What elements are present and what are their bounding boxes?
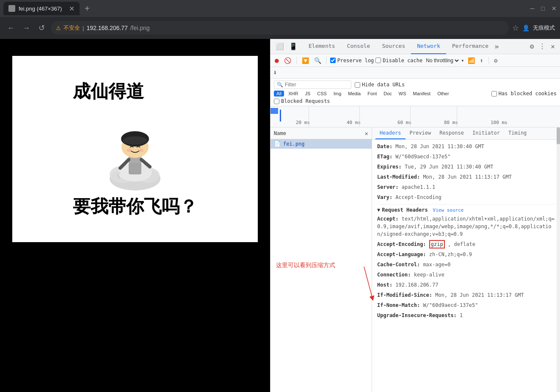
- hide-data-urls-checkbox[interactable]: Hide data URLs: [355, 82, 405, 88]
- tab-headers[interactable]: Headers: [375, 127, 406, 139]
- has-blocked-cookies-input[interactable]: [491, 91, 497, 97]
- meme-bottom-text: 要我带你飞吗？: [73, 195, 197, 218]
- header-accept-encoding: Accept-Encoding: gzip , deflate: [377, 239, 555, 249]
- browser-viewport: 成仙得道 《: [0, 39, 270, 392]
- wifi-icon[interactable]: 📶: [466, 56, 477, 65]
- type-img-button[interactable]: Img: [331, 91, 344, 97]
- search-icon[interactable]: 🔍: [312, 56, 323, 65]
- upload-icon[interactable]: ⬆: [478, 56, 485, 65]
- tab-close-button[interactable]: ✕: [69, 5, 74, 13]
- request-headers-title: Request Headers: [382, 207, 428, 213]
- blocked-requests-checkbox[interactable]: Blocked Requests: [274, 98, 330, 104]
- security-warning-icon: ⚠: [56, 25, 61, 31]
- bookmark-star-icon[interactable]: ☆: [512, 23, 519, 33]
- filter-row2: All XHR JS CSS Img Media Font Doc WS Man…: [274, 91, 557, 97]
- upgrade-insecure-value: 1: [460, 312, 463, 318]
- reload-button[interactable]: ↺: [36, 22, 47, 34]
- view-source-link[interactable]: View source: [433, 207, 464, 213]
- close-devtools-icon[interactable]: ✕: [549, 41, 557, 52]
- tab-preview[interactable]: Preview: [406, 127, 436, 139]
- new-tab-button[interactable]: +: [85, 4, 90, 14]
- ruler-40ms: 40 ms: [347, 120, 361, 125]
- filter-icon[interactable]: 🔽: [300, 56, 311, 65]
- vary-value: Accept-Encoding: [395, 194, 441, 200]
- device-icon[interactable]: 📱: [287, 41, 299, 52]
- meme-character-svg: 《: [101, 107, 169, 191]
- throttle-select[interactable]: No throttling: [424, 57, 460, 64]
- tab-timing[interactable]: Timing: [504, 127, 531, 139]
- name-column-header: Name ✕: [270, 127, 372, 139]
- header-accept-language: Accept-Language: zh-CN,zh;q=0.9: [377, 249, 555, 259]
- type-ws-button[interactable]: WS: [396, 91, 409, 97]
- incognito-icon[interactable]: 👤: [522, 25, 530, 31]
- filter-input-wrap[interactable]: 🔍: [274, 80, 351, 89]
- more-options-icon[interactable]: ⋮: [537, 41, 547, 52]
- tab-initiator[interactable]: Initiator: [468, 127, 504, 139]
- tab-sources[interactable]: Sources: [376, 39, 411, 54]
- devtools-tabs: Elements Console Sources Network Perform…: [303, 39, 528, 54]
- devtools-icons: ⬜ 📱: [274, 41, 299, 52]
- preserve-log-checkbox[interactable]: Preserve log: [330, 58, 374, 63]
- more-tabs-icon[interactable]: »: [494, 42, 499, 51]
- has-blocked-cookies-checkbox[interactable]: Has blocked cookies: [491, 91, 557, 97]
- type-xhr-button[interactable]: XHR: [286, 91, 301, 97]
- throttle-selector[interactable]: No throttling ▾: [424, 57, 464, 64]
- headers-content: Date: Mon, 28 Jun 2021 11:30:40 GMT ETag…: [372, 140, 560, 322]
- type-doc-button[interactable]: Doc: [381, 91, 394, 97]
- preserve-log-input[interactable]: [330, 58, 336, 63]
- type-css-button[interactable]: CSS: [314, 91, 329, 97]
- headers-panel[interactable]: Headers Preview Response Initiator Timin…: [372, 127, 560, 392]
- type-media-button[interactable]: Media: [345, 91, 363, 97]
- disable-cache-input[interactable]: [375, 58, 381, 63]
- toolbar-separator-1: [296, 57, 297, 64]
- type-manifest-button[interactable]: Manifest: [411, 91, 433, 97]
- back-button[interactable]: ←: [5, 22, 17, 34]
- close-panel-button[interactable]: ✕: [365, 130, 368, 137]
- image-display: 成仙得道 《: [12, 56, 258, 242]
- type-js-button[interactable]: JS: [302, 91, 313, 97]
- tab-network[interactable]: Network: [411, 39, 446, 54]
- download-icon[interactable]: ⬇: [273, 69, 277, 77]
- minimize-button[interactable]: ─: [530, 5, 535, 12]
- disable-cache-checkbox[interactable]: Disable cache: [375, 58, 422, 63]
- address-actions: ☆ 👤 无痕模式: [512, 23, 555, 33]
- header-connection: Connection: keep-alive: [377, 270, 555, 280]
- filter-bar: 🔍 Hide data URLs All XHR JS CSS Img Medi…: [270, 79, 560, 106]
- scrollbar-track[interactable]: [557, 127, 560, 392]
- file-icon: 📄: [274, 141, 281, 147]
- forward-button[interactable]: →: [20, 22, 32, 34]
- hide-data-urls-input[interactable]: [355, 82, 360, 88]
- name-panel: Name ✕ 📄 fei.png: [270, 127, 372, 392]
- server-value: apache1.1.1: [402, 184, 435, 190]
- record-button[interactable]: ●: [273, 55, 281, 65]
- name-column-label: Name: [274, 130, 286, 136]
- close-window-button[interactable]: ✕: [552, 5, 557, 12]
- type-font-button[interactable]: Font: [365, 91, 379, 97]
- ruler-line-80: [457, 106, 457, 127]
- hide-data-urls-label: Hide data URLs: [362, 82, 405, 88]
- svg-text:《: 《: [113, 171, 121, 179]
- clear-button[interactable]: 🚫: [282, 56, 293, 65]
- ruler-line-40: [359, 106, 360, 127]
- window-controls: ─ □ ✕: [530, 5, 557, 12]
- svg-point-11: [127, 149, 132, 152]
- browser-tab[interactable]: fei.png (467×367) ✕: [3, 2, 80, 15]
- scrollbar-thumb[interactable]: [557, 127, 560, 144]
- settings-gear-icon[interactable]: ⚙: [528, 41, 536, 52]
- type-all-button[interactable]: All: [274, 91, 284, 97]
- tab-performance[interactable]: Performance: [446, 39, 494, 54]
- inspect-icon[interactable]: ⬜: [274, 41, 286, 52]
- type-other-button[interactable]: Other: [435, 91, 452, 97]
- tab-console[interactable]: Console: [341, 39, 376, 54]
- tab-response[interactable]: Response: [435, 127, 468, 139]
- maximize-button[interactable]: □: [541, 5, 545, 12]
- network-settings-icon[interactable]: ⚙: [492, 56, 499, 65]
- title-bar: fei.png (467×367) ✕ + ─ □ ✕: [0, 0, 560, 17]
- date-value: Mon, 28 Jun 2021 11:30:40 GMT: [395, 144, 484, 149]
- tab-elements[interactable]: Elements: [303, 39, 341, 54]
- request-row-fei-png[interactable]: 📄 fei.png: [270, 139, 372, 149]
- blocked-requests-input[interactable]: [274, 99, 279, 104]
- ruler-20ms: 20 ms: [296, 120, 310, 125]
- filter-input[interactable]: [285, 82, 348, 88]
- url-bar[interactable]: ⚠ 不安全 | 192.168.206.77 /fei.png: [51, 21, 509, 35]
